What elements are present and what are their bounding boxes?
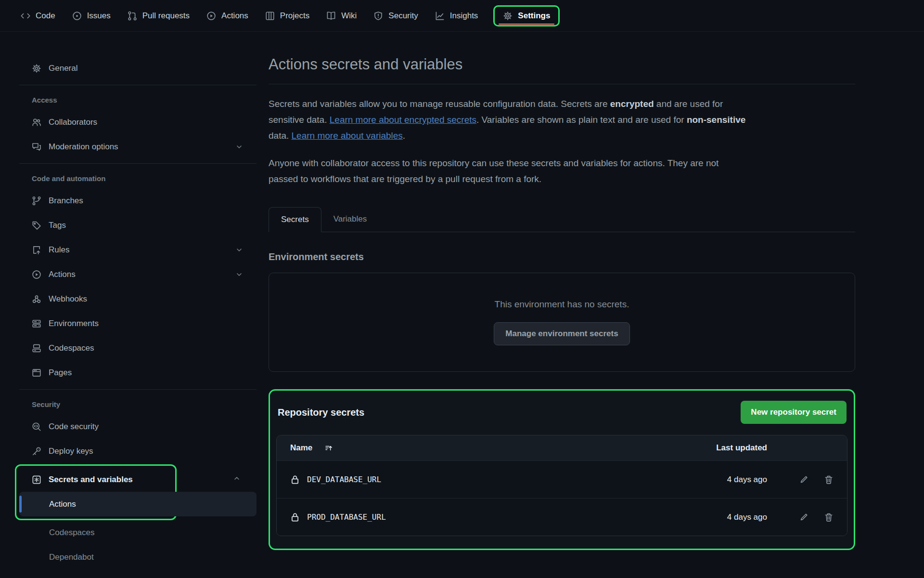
sidebar-section-code-automation: Code and automation	[19, 168, 257, 188]
sidebar-item-label: Environments	[49, 319, 99, 328]
sidebar-subitem-codespaces[interactable]: Codespaces	[19, 520, 257, 545]
tab-label: Settings	[518, 11, 550, 21]
intro-text: and are used for	[654, 99, 723, 109]
tab-projects[interactable]: Projects	[259, 6, 316, 26]
new-repository-secret-button[interactable]: New repository secret	[741, 401, 847, 424]
sidebar-item-deploy-keys[interactable]: Deploy keys	[19, 439, 257, 463]
tab-label: Pull requests	[142, 11, 190, 21]
trash-icon	[824, 475, 834, 485]
play-circle-icon	[206, 11, 216, 21]
sidebar-item-codespaces[interactable]: Codespaces	[19, 336, 257, 360]
environment-secrets-heading: Environment secrets	[269, 251, 855, 263]
paragraph-text: Anyone with collaborator access to this …	[269, 158, 719, 168]
intro-paragraph: Secrets and variables allow you to manag…	[269, 96, 855, 144]
browser-icon	[32, 368, 41, 378]
delete-secret-button[interactable]	[824, 475, 834, 485]
codescan-icon	[32, 422, 41, 432]
tab-security[interactable]: Security	[367, 6, 424, 26]
repository-secrets-heading: Repository secrets	[278, 407, 364, 418]
name-column-header[interactable]: Name	[290, 443, 704, 453]
link-encrypted-secrets[interactable]: Learn more about encrypted secrets	[330, 115, 476, 125]
secrets-variables-tabs: Secrets Variables	[269, 207, 855, 232]
sidebar-section-access: Access	[19, 90, 257, 110]
chevron-down-icon	[235, 271, 243, 278]
sort-ascending-icon	[325, 445, 333, 452]
intro-text: . Variables are shown as plain text and …	[476, 115, 687, 125]
tab-variables[interactable]: Variables	[321, 207, 379, 232]
last-updated-column-header: Last updated	[704, 443, 767, 453]
tab-wiki[interactable]: Wiki	[320, 6, 363, 26]
tab-label: Insights	[450, 11, 478, 21]
tab-secrets[interactable]: Secrets	[269, 207, 321, 232]
graph-icon	[435, 11, 445, 21]
name-column-label: Name	[290, 443, 312, 453]
intro-text: .	[403, 131, 405, 141]
sidebar-item-label: Collaborators	[49, 118, 97, 127]
sidebar-item-label: General	[49, 64, 77, 73]
tab-code[interactable]: Code	[14, 6, 62, 26]
intro-bold-non-sensitive: non-sensitive	[687, 115, 745, 125]
sidebar-item-label: Code security	[49, 422, 99, 432]
tab-label: Actions	[221, 11, 248, 21]
webhook-icon	[32, 294, 41, 304]
intro-text: sensitive data.	[269, 115, 330, 125]
sidebar-item-label: Rules	[49, 245, 69, 255]
sidebar-item-actions[interactable]: Actions	[19, 262, 257, 287]
intro-text: Secrets and variables allow you to manag…	[269, 99, 610, 109]
sidebar-item-environments[interactable]: Environments	[19, 311, 257, 336]
tab-insights[interactable]: Insights	[429, 6, 485, 26]
collaborator-paragraph: Anyone with collaborator access to this …	[269, 155, 855, 187]
table-row: PROD_DATABASE_URL 4 days ago	[277, 498, 847, 536]
sidebar-item-branches[interactable]: Branches	[19, 188, 257, 213]
sidebar-item-secrets-and-variables[interactable]: Secrets and variables	[19, 467, 175, 492]
sidebar-item-tags[interactable]: Tags	[19, 213, 257, 237]
page-title: Actions secrets and variables	[269, 56, 855, 73]
gear-icon	[32, 64, 41, 73]
sidebar-item-label: Webhooks	[49, 294, 87, 304]
environment-empty-message: This environment has no secrets.	[495, 299, 629, 310]
tab-label: Security	[388, 11, 418, 21]
codespaces-icon	[32, 343, 41, 353]
tab-pull-requests[interactable]: Pull requests	[121, 6, 196, 26]
pencil-icon	[799, 475, 808, 485]
sidebar-item-pages[interactable]: Pages	[19, 360, 257, 385]
intro-bold-encrypted: encrypted	[610, 99, 654, 109]
sidebar-subitem-label: Dependabot	[49, 552, 94, 562]
sidebar-item-webhooks[interactable]: Webhooks	[19, 287, 257, 311]
pencil-icon	[799, 512, 808, 522]
tag-icon	[32, 221, 41, 230]
sidebar-item-moderation-options[interactable]: Moderation options	[19, 134, 257, 159]
table-row: DEV_DATABASE_URL 4 days ago	[277, 460, 847, 498]
issue-icon	[72, 11, 82, 21]
sidebar-divider	[19, 389, 257, 390]
secret-last-updated: 4 days ago	[704, 475, 767, 485]
sidebar-item-label: Secrets and variables	[49, 475, 133, 485]
manage-environment-secrets-button[interactable]: Manage environment secrets	[494, 322, 629, 345]
sidebar-item-rules[interactable]: Rules	[19, 237, 257, 262]
intro-text: data.	[269, 131, 292, 141]
annotation-box-sidebar: Secrets and variables Actions	[15, 464, 177, 520]
sidebar-item-general[interactable]: General	[19, 56, 257, 80]
tab-issues[interactable]: Issues	[66, 6, 117, 26]
sidebar-divider	[19, 85, 257, 85]
edit-secret-button[interactable]	[799, 512, 808, 522]
edit-secret-button[interactable]	[799, 475, 808, 485]
chevron-down-icon	[235, 143, 243, 151]
sidebar-item-label: Actions	[49, 270, 76, 279]
tab-settings[interactable]: Settings	[493, 5, 560, 26]
comment-discussion-icon	[32, 142, 41, 152]
tab-label: Wiki	[341, 11, 357, 21]
link-variables[interactable]: Learn more about variables	[292, 131, 403, 141]
play-circle-icon	[32, 270, 41, 279]
sidebar-subitem-dependabot[interactable]: Dependabot	[19, 545, 257, 569]
tab-actions[interactable]: Actions	[200, 6, 255, 26]
sidebar-item-code-security[interactable]: Code security	[19, 414, 257, 439]
sidebar-item-label: Moderation options	[49, 142, 118, 152]
delete-secret-button[interactable]	[824, 512, 834, 522]
sidebar-subitem-actions[interactable]: Actions	[19, 492, 257, 516]
server-icon	[32, 319, 41, 328]
rules-icon	[32, 245, 41, 255]
secret-name: PROD_DATABASE_URL	[307, 512, 386, 522]
sidebar-item-collaborators[interactable]: Collaborators	[19, 110, 257, 134]
trash-icon	[824, 512, 834, 522]
